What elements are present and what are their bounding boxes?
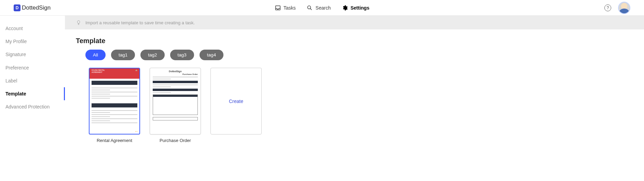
sidebar-item-signature[interactable]: Signature — [0, 48, 65, 61]
nav-search-label: Search — [316, 5, 331, 11]
tag-all[interactable]: All — [85, 50, 106, 60]
sidebar-item-label: Preference — [5, 65, 29, 70]
tag-tag2[interactable]: tag2 — [140, 50, 164, 60]
sidebar-item-advanced-protection[interactable]: Advanced Protection — [0, 100, 65, 113]
po-brand: DottedSign — [153, 70, 198, 73]
header-right: ? — [604, 2, 630, 14]
sidebar-item-label: Label — [5, 78, 17, 83]
nav-tasks[interactable]: Tasks — [275, 5, 296, 11]
sidebar-item-label: Signature — [5, 52, 26, 57]
sidebar-item-label: Account — [5, 26, 23, 31]
lightbulb-icon — [76, 20, 81, 25]
template-thumbnail: DottedSign Purchase Order — [150, 68, 201, 134]
nav-search[interactable]: Search — [307, 5, 331, 11]
sidebar-item-my-profile[interactable]: My Profile — [0, 35, 65, 48]
create-label: Create — [229, 99, 243, 104]
sidebar-item-label: My Profile — [5, 39, 27, 44]
house-icon: 🏘️ — [135, 69, 137, 78]
template-purchase-order[interactable]: DottedSign Purchase Order Purchase Order — [150, 68, 201, 143]
sidebar-item-account[interactable]: Account — [0, 22, 65, 35]
app-header: D DottedSign Tasks Search Settings ? — [0, 0, 644, 16]
create-template-card[interactable]: Create — [210, 68, 262, 134]
help-icon[interactable]: ? — [604, 4, 611, 11]
header-nav: Tasks Search Settings — [275, 5, 369, 11]
tag-tag3[interactable]: tag3 — [170, 50, 194, 60]
template-thumbnail: HOUSE RENTAL AGREEMENT 🏘️ — [89, 68, 140, 134]
template-rental-agreement[interactable]: HOUSE RENTAL AGREEMENT 🏘️ — [89, 68, 140, 143]
svg-point-1 — [308, 6, 311, 9]
sidebar-item-label[interactable]: Label — [0, 74, 65, 87]
tag-tag4[interactable]: tag4 — [200, 50, 223, 60]
sidebar-item-label: Advanced Protection — [5, 104, 50, 109]
template-label: Rental Agreement — [97, 138, 132, 143]
brand-name: DottedSign — [22, 4, 51, 11]
main-layout: Account My Profile Signature Preference … — [0, 16, 644, 181]
template-label: Purchase Order — [160, 138, 191, 143]
search-icon — [307, 5, 313, 11]
tag-filter-row: All tag1 tag2 tag3 tag4 — [65, 50, 644, 68]
nav-tasks-label: Tasks — [284, 5, 296, 11]
logo-mark-icon: D — [14, 4, 20, 11]
sidebar-item-preference[interactable]: Preference — [0, 61, 65, 74]
main-content: Import a reusable template to save time … — [65, 16, 644, 181]
tag-tag1[interactable]: tag1 — [111, 50, 135, 60]
sidebar-item-label: Template — [5, 91, 26, 96]
page-title: Template — [65, 29, 644, 50]
sidebar-item-template[interactable]: Template — [0, 87, 65, 100]
info-bar: Import a reusable template to save time … — [65, 16, 644, 29]
nav-settings[interactable]: Settings — [342, 5, 369, 11]
templates-grid: HOUSE RENTAL AGREEMENT 🏘️ — [65, 68, 644, 143]
svg-line-2 — [310, 8, 312, 10]
avatar[interactable] — [618, 2, 630, 14]
info-text: Import a reusable template to save time … — [85, 20, 195, 25]
settings-sidebar: Account My Profile Signature Preference … — [0, 16, 65, 181]
rental-heading-text: HOUSE RENTAL AGREEMENT — [92, 69, 112, 78]
gear-icon — [342, 5, 348, 11]
nav-settings-label: Settings — [351, 5, 369, 11]
brand-logo[interactable]: D DottedSign — [14, 4, 51, 11]
inbox-icon — [275, 5, 281, 11]
po-title: Purchase Order — [153, 73, 198, 75]
